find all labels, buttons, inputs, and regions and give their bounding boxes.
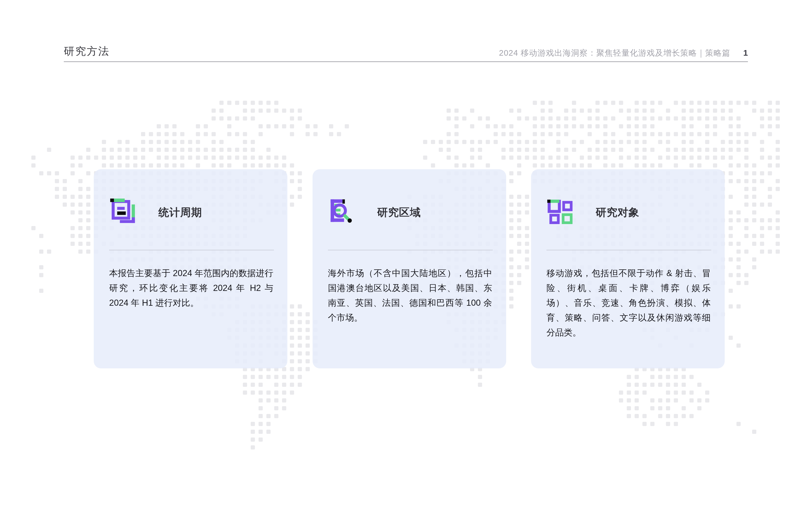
report-title: 2024 移动游戏出海洞察：聚焦轻量化游戏及增长策略｜策略篇 [499, 48, 730, 59]
card-research-region: 研究区域 海外市场（不含中国大陆地区），包括中国港澳台地区以及美国、日本、韩国、… [312, 169, 506, 368]
header-right: 2024 移动游戏出海洞察：聚焦轻量化游戏及增长策略｜策略篇 1 [499, 48, 748, 59]
card-statistical-period: 统计周期 本报告主要基于 2024 年范围内的数据进行研究，环比变化主要将 20… [94, 169, 287, 368]
category-grid-icon [547, 197, 573, 224]
card-body: 移动游戏，包括但不限于动作 & 射击、冒险、街机、桌面、卡牌、博弈（娱乐场）、音… [547, 266, 711, 340]
card-body: 海外市场（不含中国大陆地区），包括中国港澳台地区以及美国、日本、韩国、东南亚、英… [328, 266, 492, 325]
card-research-object: 研究对象 移动游戏，包括但不限于动作 & 射击、冒险、街机、桌面、卡牌、博弈（娱… [531, 169, 725, 368]
card-head: 研究区域 [328, 197, 495, 224]
card-title: 统计周期 [158, 205, 202, 219]
search-document-icon [328, 197, 355, 224]
card-divider [547, 250, 711, 250]
card-body: 本报告主要基于 2024 年范围内的数据进行研究，环比变化主要将 2024 年 … [109, 266, 273, 310]
card-title: 研究对象 [596, 205, 639, 219]
page-title: 研究方法 [64, 44, 110, 58]
report-document-icon [109, 197, 136, 224]
card-head: 研究对象 [547, 197, 713, 224]
report-page: 研究方法 2024 移动游戏出海洞察：聚焦轻量化游戏及增长策略｜策略篇 1 统计… [0, 0, 812, 520]
page-number: 1 [743, 48, 748, 58]
card-head: 统计周期 [109, 197, 276, 224]
header-divider [64, 61, 748, 62]
card-divider [328, 250, 493, 250]
card-title: 研究区域 [377, 205, 421, 219]
card-divider [109, 250, 274, 250]
